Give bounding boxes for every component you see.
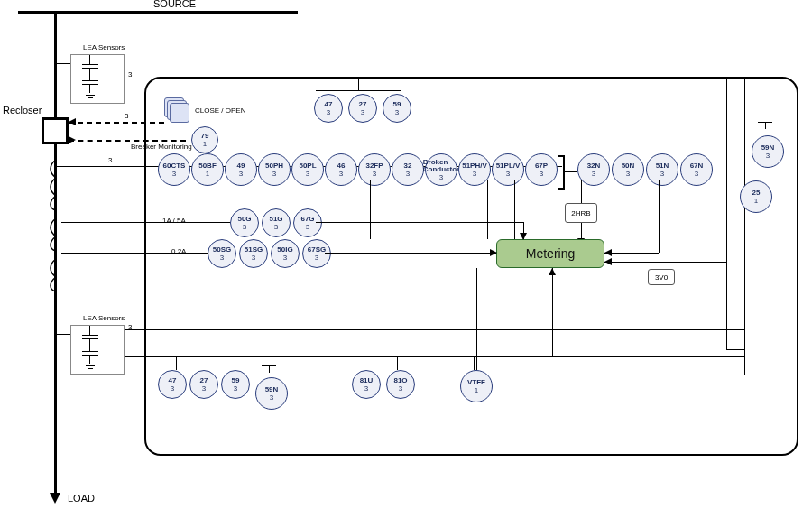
g-meter-ar — [520, 233, 527, 240]
sg-meter — [325, 253, 496, 254]
vtff-up2-ar — [549, 268, 556, 275]
bv-stub3 — [474, 356, 475, 370]
rowg-label: 1A / 5A — [162, 217, 186, 225]
node-67G: 67G3 — [293, 208, 322, 237]
source-bus — [18, 11, 298, 14]
node-46: 463 — [325, 153, 357, 186]
bracket — [558, 155, 565, 190]
node-27: 273 — [189, 370, 218, 399]
right-bus-b — [726, 79, 727, 349]
rowg-bus — [61, 222, 233, 223]
node-59N-top: 59N 3 — [752, 135, 784, 168]
node-67N: 67N3 — [680, 153, 713, 186]
ph-meter-v2 — [487, 180, 488, 239]
lea-top-label: LEA Sensors — [83, 43, 125, 51]
co-arrow — [69, 118, 76, 125]
node-50PL: 50PL3 — [291, 153, 324, 186]
vtff-up — [476, 268, 477, 370]
co-3: 3 — [125, 112, 128, 120]
node-47: 473 — [314, 94, 343, 123]
load-label: LOAD — [68, 493, 95, 504]
close-open-icon — [164, 97, 188, 121]
row1-3: 3 — [108, 156, 112, 164]
bv-stub2 — [397, 356, 398, 370]
tv-stub — [358, 79, 359, 90]
node-32N: 32N3 — [577, 153, 610, 186]
box-2hrb: 2HRB — [565, 203, 597, 223]
n-meter — [604, 253, 659, 254]
node-79: 79 1 — [191, 126, 218, 153]
node-50BF: 50BF1 — [191, 153, 224, 186]
n-meter-v — [659, 180, 660, 253]
lea-bot-label: LEA Sensors — [83, 314, 125, 322]
vtff-up2 — [552, 268, 553, 356]
v-meter-ar — [604, 258, 612, 265]
node-59: 593 — [383, 94, 411, 123]
node-81O: 81O3 — [386, 370, 415, 399]
node-60CTS: 60CTS3 — [158, 153, 190, 186]
source-label: SOURCE — [153, 0, 196, 9]
metering-block: Metering — [496, 239, 604, 268]
node-50PH: 50PH3 — [258, 153, 291, 186]
node-67P: 67P3 — [525, 153, 558, 186]
node-81U: 81U3 — [352, 370, 381, 399]
node-49: 493 — [225, 153, 257, 186]
node-51G: 51G3 — [262, 208, 291, 237]
feeder-line — [54, 11, 57, 495]
lea-bot-conn — [57, 334, 70, 335]
node-67SG: 67SG3 — [302, 239, 331, 268]
node-51PHV: 51PH/V3 — [458, 153, 491, 186]
close-open-dashed — [69, 122, 164, 124]
bm-arrow — [69, 136, 76, 143]
right-bus-a — [744, 79, 745, 375]
rowsg-label: 0.2A — [171, 247, 186, 255]
g-meter — [316, 222, 523, 223]
lea-top-3: 3 — [128, 70, 132, 79]
v-meter — [604, 262, 726, 263]
hrb-up — [581, 180, 582, 203]
node-51SG: 51SG3 — [239, 239, 268, 268]
node-59N-bot: 59N 3 — [255, 377, 288, 410]
sg-meter-ar — [490, 249, 497, 256]
bm-label: Breaker Monitoring — [131, 143, 192, 151]
recloser-box — [42, 117, 69, 144]
recloser-label: Recloser — [3, 105, 42, 116]
box-3v0: 3V0 — [648, 269, 675, 285]
node-51PLV: 51PL/V3 — [492, 153, 524, 186]
feeder-arrow — [50, 493, 60, 504]
rb-join — [726, 349, 744, 350]
n-meter-ar — [604, 249, 612, 256]
node-BrokenConductor: Broken Conductor3 — [425, 153, 457, 186]
ph-meter-v — [370, 180, 371, 239]
bv-stub1 — [176, 356, 177, 370]
node-50IG: 50IG3 — [271, 239, 300, 268]
lea-top-conn — [57, 63, 70, 64]
bottom-volt-bus2 — [125, 356, 744, 357]
ct-squiggle-3 — [47, 257, 65, 293]
node-25: 25 1 — [740, 180, 772, 213]
close-open-label: CLOSE / OPEN — [195, 106, 245, 115]
node-vtff: VTFF 1 — [460, 370, 493, 402]
node-50G: 50G3 — [230, 208, 259, 237]
node-51N: 51N3 — [646, 153, 678, 186]
top-volt-bus — [316, 90, 401, 91]
lea-sensor-top — [70, 54, 125, 104]
node-59: 593 — [221, 370, 250, 399]
node-32: 323 — [392, 153, 424, 186]
lea-sensor-bottom — [70, 325, 125, 375]
bm-dashed — [69, 140, 186, 142]
neutral-feed — [565, 171, 577, 172]
bottom-volt-bus — [125, 329, 744, 330]
node-50SG: 50SG3 — [208, 239, 236, 268]
ph-meter-v3 — [514, 180, 515, 239]
node-32FP: 32FP3 — [358, 153, 391, 186]
node-50N: 50N3 — [612, 153, 644, 186]
node-27: 273 — [348, 94, 377, 123]
node-47: 473 — [158, 370, 187, 399]
